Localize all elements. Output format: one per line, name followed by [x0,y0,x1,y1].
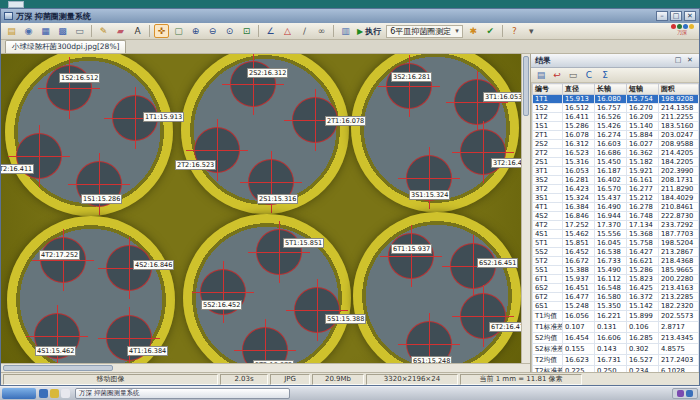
table-row[interactable]: 2T216.52316.68616.362214.4205 [533,149,699,158]
print-small-icon[interactable]: ▭ [566,69,580,82]
table-row[interactable]: 5T115.85116.04515.758198.5204 [533,239,699,248]
table-row[interactable]: 3S216.28116.40216.161208.1731 [533,176,699,185]
table-row[interactable]: 4T116.38416.49016.278210.8461 [533,203,699,212]
table-row[interactable]: 5S216.45216.53816.427213.2867 [533,248,699,257]
zoom-fit-icon[interactable]: ⊡ [239,24,254,38]
export-icon[interactable]: ▤ [534,69,548,82]
report-icon[interactable]: ▥ [338,24,353,38]
table-row[interactable]: T2均值16.62316.73116.527217.2403 [533,355,699,366]
table-row[interactable]: T1标准差0.1070.1310.1062.8717 [533,322,699,333]
table-row[interactable]: 4S115.46215.55615.368187.7703 [533,230,699,239]
measure-mode-select[interactable]: 6平皿抑菌圈测定 ▾ [386,25,463,38]
table-row[interactable]: 3T216.42316.57016.277211.8290 [533,185,699,194]
clear-icon[interactable]: C [582,69,596,82]
pan-icon[interactable]: ✜ [154,24,169,38]
settings-icon[interactable]: ✱ [466,24,481,38]
table-row[interactable]: 2T116.07816.27415.884203.0247 [533,131,699,140]
table-cell: 0.155 [563,344,595,355]
zoom-out-icon[interactable]: ⊖ [205,24,220,38]
zoom-in-icon[interactable]: ⊕ [188,24,203,38]
image-viewport[interactable]: 1S2:16.5121T1:15.9131T2:16.4111S1:15.286… [1,54,521,363]
column-header-3[interactable]: 长轴 [595,84,627,95]
table-cell: 0.302 [627,344,659,355]
table-row[interactable]: 1S115.28615.42615.140183.5160 [533,122,699,131]
image-tab[interactable]: 小球绿脓杆菌300dpi.jpg[28%] [5,40,126,53]
table-cell: 15.754 [627,95,659,104]
table-row[interactable]: 2S216.31216.60316.027208.9588 [533,140,699,149]
chevron-down-icon[interactable]: ▾ [524,24,539,38]
table-row[interactable]: 6S115.24815.35015.142182.2320 [533,302,699,311]
save-icon[interactable]: ▦ [38,24,53,38]
panel-close-icon[interactable]: ✕ [685,56,695,66]
table-cell: 15.490 [595,266,627,275]
pencil-icon[interactable]: ✎ [96,24,111,38]
camera-icon[interactable]: ◉ [21,24,36,38]
line-measure-icon[interactable]: ∕ [297,24,312,38]
table-cell: 16.944 [595,212,627,221]
zoom-actual-icon[interactable]: ⊙ [222,24,237,38]
table-row[interactable]: T2标准差0.2250.2500.2346.1028 [533,366,699,373]
link-icon[interactable]: ∞ [314,24,329,38]
table-row[interactable]: 5S115.38815.49015.286185.9665 [533,266,699,275]
horizontal-scrollbar[interactable] [1,363,530,372]
titlebar[interactable]: 万深 抑菌圈测量系统 – □ ✕ [1,9,699,23]
table-row[interactable]: 3T116.05316.18715.921202.3990 [533,167,699,176]
quick-launch-icon-1[interactable] [39,389,48,398]
table-cell: 16.278 [627,203,659,212]
tray-icon-2[interactable] [686,390,693,397]
sum-icon[interactable]: Σ [598,69,612,82]
undo-icon[interactable]: ↩ [550,69,564,82]
execute-button[interactable]: ▶ 执行 [357,26,381,37]
maximize-button[interactable]: □ [670,11,682,21]
desktop-shortcut-icon[interactable] [8,1,24,8]
measure-mode-value: 6平皿抑菌圈测定 [390,26,451,37]
table-row[interactable]: 4S216.84616.94416.748222.8730 [533,212,699,221]
execute-label: 执行 [365,26,381,37]
quick-launch-icon-3[interactable] [61,389,70,398]
table-row[interactable]: 1T216.41116.52616.209211.2255 [533,113,699,122]
table-cell: 16.548 [595,284,627,293]
table-cell: 15.556 [595,230,627,239]
vertical-scrollbar[interactable] [521,54,530,363]
crop-icon[interactable]: ▢ [171,24,186,38]
minimize-button[interactable]: – [656,11,668,21]
table-cell: 16.748 [627,212,659,221]
table-cell: 184.4029 [659,194,699,203]
table-row[interactable]: 1S216.51216.75716.270214.1358 [533,104,699,113]
table-row[interactable]: T1均值16.05616.22115.899202.5573 [533,311,699,322]
table-cell: 16.580 [595,293,627,302]
tab-bar: 小球绿脓杆菌300dpi.jpg[28%] [1,40,699,54]
pin-icon[interactable]: □ [673,56,683,66]
open-icon[interactable]: ▤ [4,24,19,38]
table-row[interactable]: 6S216.45116.54816.425213.4163 [533,284,699,293]
start-button[interactable] [2,388,36,399]
apply-icon[interactable]: ✔ [483,24,498,38]
table-cell: 15.212 [627,194,659,203]
text-icon[interactable]: A [130,24,145,38]
table-row[interactable]: 6T216.47716.58016.372213.2285 [533,293,699,302]
angle-measure-icon[interactable]: ∠ [263,24,278,38]
column-header-1[interactable]: 编号 [533,84,563,95]
save-all-icon[interactable]: ▩ [55,24,70,38]
eraser-icon[interactable]: ▰ [113,24,128,38]
taskbar-task-button[interactable]: 万深 抑菌圈测量系统 [75,388,290,399]
print-icon[interactable]: ▭ [72,24,87,38]
column-header-2[interactable]: 直径 [563,84,595,95]
close-button[interactable]: ✕ [684,11,696,21]
table-row[interactable]: 4T217.25217.37017.134233.7292 [533,221,699,230]
table-row[interactable]: S2均值16.45416.60616.285213.4345 [533,333,699,344]
table-row[interactable]: 2S115.31615.45015.182184.2205 [533,158,699,167]
table-row[interactable]: S2标准差0.1550.1430.3024.8575 [533,344,699,355]
help-icon[interactable]: ? [507,24,522,38]
table-row[interactable]: 6T115.93716.11215.823200.2280 [533,275,699,284]
table-cell: 16.209 [627,113,659,122]
table-row[interactable]: 3S115.32415.43715.212184.4029 [533,194,699,203]
quick-launch-icon-2[interactable] [50,389,59,398]
table-row[interactable]: 5T216.67216.73316.621218.4368 [533,257,699,266]
table-row[interactable]: 1T115.91316.08015.754198.9208 [533,95,699,104]
column-header-4[interactable]: 短轴 [627,84,659,95]
tray-icon-1[interactable] [677,390,684,397]
system-tray [672,388,698,399]
area-measure-icon[interactable]: △ [280,24,295,38]
column-header-5[interactable]: 面积 [659,84,699,95]
